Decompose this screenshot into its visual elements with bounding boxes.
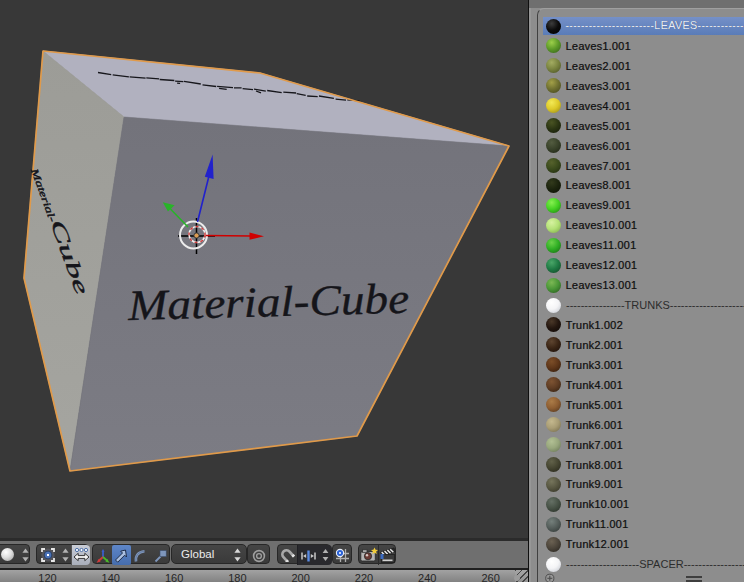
svg-text:Material-Cube: Material-Cube: [126, 275, 409, 329]
